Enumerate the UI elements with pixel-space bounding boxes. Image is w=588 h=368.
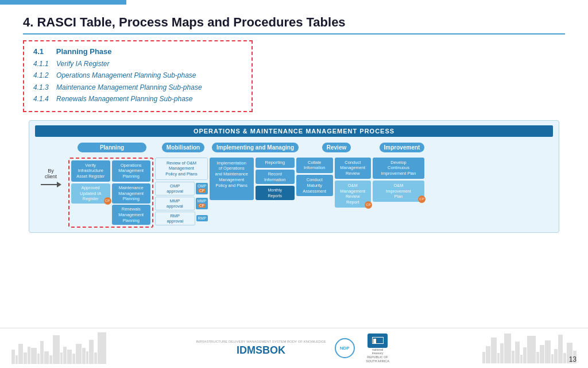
cp-badge-approved: CP bbox=[104, 197, 111, 205]
omp-row: OMPapproval OMPCP bbox=[155, 182, 208, 195]
conduct-maturity-box: ConductMaturityAssessment bbox=[296, 175, 333, 196]
client-arrow-line bbox=[41, 184, 57, 185]
top-accent-bar bbox=[0, 0, 126, 5]
footer: INFRASTRUCTURE DELIVERY MANAGEMENT SYSTE… bbox=[0, 328, 588, 368]
conduct-management-review-box: ConductManagementReview bbox=[335, 158, 372, 179]
page-number: 13 bbox=[569, 355, 577, 363]
toc-box: 4.1 Planning Phase 4.1.1 Verify IA Regis… bbox=[23, 40, 253, 112]
develop-improvement-box: DevelopContinuousImprovement Plan bbox=[373, 158, 424, 179]
review-policy-box: Review of O&MManagementPolicy and Plans bbox=[155, 158, 208, 180]
omp-badge: OMPCP bbox=[196, 183, 208, 194]
main-content: 4. RASCI Table, Process Maps and Procedu… bbox=[0, 5, 588, 233]
implementation-box: Implementationof Operationsand Maintenan… bbox=[210, 158, 254, 200]
section-title: 4. RASCI Table, Process Maps and Procedu… bbox=[23, 15, 565, 34]
om-improvement-box: O&MImprovementPlan CP bbox=[373, 181, 424, 202]
treasury-text: nationaltreasuryREPUBLIC OF SOUTH AFRICA bbox=[363, 348, 392, 363]
collate-info-box: CollateInformation bbox=[296, 158, 333, 174]
toc-main-label: Planning Phase bbox=[56, 47, 112, 56]
approved-box: ApprovedUpdated IARegister CP bbox=[71, 183, 110, 204]
toc-item-4[interactable]: 4.1.4 Renewals Management Planning Sub-p… bbox=[33, 93, 242, 105]
cp-badge-review: CP bbox=[365, 201, 372, 209]
phase-mobilisation-header: Mobilisation bbox=[162, 143, 204, 152]
phase-review-header: Review bbox=[322, 143, 351, 152]
om-review-report-box: O&MManagementReviewReport CP bbox=[335, 181, 372, 208]
by-client-label: Byclient bbox=[45, 168, 57, 179]
treasury-icon bbox=[368, 334, 388, 348]
omp-approval-box: OMPapproval bbox=[155, 182, 195, 195]
reporting-box: Reporting bbox=[256, 158, 295, 168]
record-information-box: RecordInformation bbox=[256, 170, 295, 185]
phase-improvement-header: Improvement bbox=[380, 143, 425, 152]
ndp-logo: NDP bbox=[335, 338, 355, 358]
planning-dashed-box: VerifyInfrastructureAsset Register Opera… bbox=[68, 158, 153, 228]
idmsbok-logo: IDMSBOK bbox=[196, 344, 326, 356]
phase-implementing-header: Implementing and Managing bbox=[212, 143, 299, 152]
renewals-planning-box: RenewalsManagementPlanning bbox=[112, 205, 151, 225]
cp-badge-improvement: CP bbox=[418, 195, 425, 203]
improvement-column: DevelopContinuousImprovement Plan O&MImp… bbox=[373, 158, 424, 202]
toc-item-1[interactable]: 4.1.1 Verify IA Register bbox=[33, 58, 242, 70]
cityscape-left bbox=[11, 332, 184, 364]
maintenance-planning-box: MaintenanceManagementPlanning bbox=[112, 183, 151, 204]
operations-planning-box: OperationsManagementPlanning bbox=[112, 160, 151, 182]
review-column: CollateInformation ConductMaturityAssess… bbox=[296, 158, 371, 208]
process-diagram: OPERATIONS & MAINTENANCE MANAGEMENT PROC… bbox=[29, 120, 559, 233]
footer-logos: INFRASTRUCTURE DELIVERY MANAGEMENT SYSTE… bbox=[196, 334, 392, 363]
monthly-reports-box: MonthlyReports bbox=[256, 186, 295, 200]
mmp-badge: MMPCP bbox=[196, 198, 208, 209]
client-arrow-head bbox=[57, 182, 61, 187]
rmp-row: RMPapproval RMP bbox=[155, 212, 208, 225]
mmp-row: MMPapproval MMPCP bbox=[155, 197, 208, 210]
toc-item-3[interactable]: 4.1.3 Maintenance Management Planning Su… bbox=[33, 82, 242, 93]
diagram-title: OPERATIONS & MAINTENANCE MANAGEMENT PROC… bbox=[35, 125, 553, 137]
cityscape-right bbox=[404, 334, 577, 363]
implementing-column: Implementationof Operationsand Maintenan… bbox=[210, 158, 295, 200]
toc-item-2[interactable]: 4.1.2 Operations Management Planning Sub… bbox=[33, 70, 242, 81]
phase-planning-header: Planning bbox=[78, 143, 146, 152]
mobilisation-column: Review of O&MManagementPolicy and Plans … bbox=[155, 158, 208, 225]
toc-main-item: 4.1 Planning Phase bbox=[33, 47, 242, 56]
footer-logo-group: INFRASTRUCTURE DELIVERY MANAGEMENT SYSTE… bbox=[196, 340, 326, 356]
footer-subtext: INFRASTRUCTURE DELIVERY MANAGEMENT SYSTE… bbox=[196, 340, 326, 344]
national-treasury-logo: nationaltreasuryREPUBLIC OF SOUTH AFRICA bbox=[363, 334, 392, 363]
toc-main-number: 4.1 bbox=[33, 47, 44, 56]
mmp-approval-box: MMPapproval bbox=[155, 197, 195, 210]
verify-box: VerifyInfrastructureAsset Register bbox=[71, 160, 110, 182]
rmp-badge: RMP bbox=[196, 215, 208, 221]
rmp-approval-box: RMPapproval bbox=[155, 212, 195, 225]
